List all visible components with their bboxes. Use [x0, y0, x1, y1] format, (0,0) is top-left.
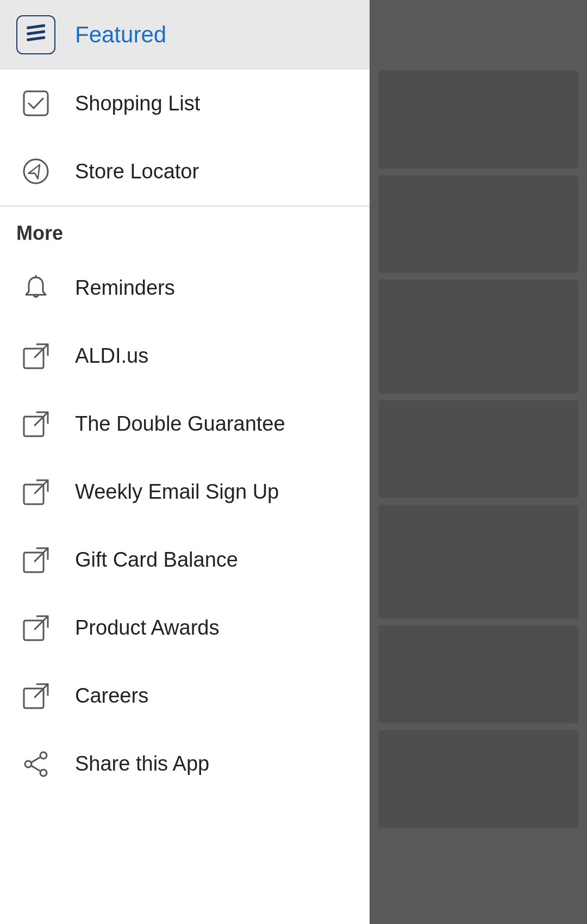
nav-item-product-awards[interactable]: Product Awards — [0, 594, 370, 662]
svg-line-23 — [32, 766, 41, 771]
nav-item-careers[interactable]: Careers — [0, 662, 370, 730]
more-heading: More — [0, 207, 370, 255]
nav-item-aldi-us[interactable]: ALDI.us — [0, 323, 370, 390]
nav-item-weekly-email[interactable]: Weekly Email Sign Up — [0, 458, 370, 526]
svg-rect-1 — [27, 30, 45, 35]
svg-rect-2 — [27, 36, 45, 41]
svg-rect-0 — [27, 24, 45, 29]
navigation-drawer: Featured Shopping List Store Locator Mor… — [0, 0, 370, 924]
svg-line-10 — [35, 412, 48, 425]
external-link-icon-guarantee — [16, 405, 55, 444]
store-locator-label: Store Locator — [75, 160, 199, 183]
checkmark-square-icon — [16, 84, 55, 123]
weekly-email-label: Weekly Email Sign Up — [75, 480, 279, 504]
svg-point-19 — [40, 752, 47, 759]
aldi-us-label: ALDI.us — [75, 344, 148, 368]
svg-line-22 — [32, 757, 41, 762]
nav-item-shopping-list[interactable]: Shopping List — [0, 70, 370, 138]
featured-nav-item[interactable]: Featured — [0, 0, 370, 70]
shopping-list-label: Shopping List — [75, 92, 200, 115]
svg-line-12 — [35, 480, 48, 493]
svg-line-8 — [35, 344, 48, 357]
more-section: More Reminders ALDI.us — [0, 207, 370, 925]
nav-item-gift-card[interactable]: Gift Card Balance — [0, 526, 370, 594]
external-link-icon-gift — [16, 541, 55, 580]
nav-item-share-app[interactable]: Share this App — [0, 730, 370, 798]
external-link-icon-email — [16, 473, 55, 512]
svg-point-21 — [25, 761, 32, 767]
double-guarantee-label: The Double Guarantee — [75, 412, 285, 436]
external-link-icon-aldi — [16, 337, 55, 376]
reminders-label: Reminders — [75, 276, 175, 300]
external-link-icon-awards — [16, 609, 55, 648]
share-icon — [16, 745, 55, 784]
nav-item-store-locator[interactable]: Store Locator — [0, 138, 370, 206]
gift-card-label: Gift Card Balance — [75, 548, 238, 572]
svg-line-16 — [35, 616, 48, 629]
featured-label: Featured — [75, 22, 166, 48]
careers-label: Careers — [75, 684, 148, 708]
nav-item-reminders[interactable]: Reminders — [0, 255, 370, 323]
navigation-icon — [16, 152, 55, 191]
svg-point-4 — [24, 159, 48, 183]
external-link-icon-careers — [16, 677, 55, 716]
product-awards-label: Product Awards — [75, 616, 219, 640]
svg-marker-5 — [28, 162, 44, 179]
svg-rect-3 — [24, 91, 48, 115]
aldi-logo-icon — [16, 15, 55, 54]
svg-line-14 — [35, 548, 48, 561]
svg-point-20 — [40, 770, 47, 776]
bell-icon — [16, 269, 55, 308]
svg-line-18 — [35, 684, 48, 697]
share-app-label: Share this App — [75, 752, 209, 776]
nav-item-double-guarantee[interactable]: The Double Guarantee — [0, 390, 370, 458]
